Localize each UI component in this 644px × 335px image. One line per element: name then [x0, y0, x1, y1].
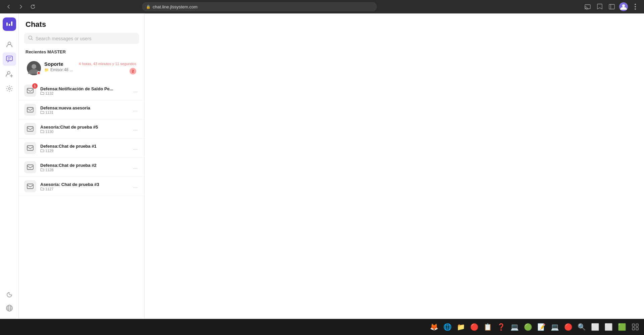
svg-point-19 — [8, 88, 10, 90]
search-input[interactable] — [36, 36, 135, 41]
folder-icon — [40, 168, 44, 172]
section-label: Recientes MASTER — [19, 49, 144, 58]
url-text: chat.line.jlssystem.com — [153, 4, 198, 9]
svg-line-24 — [32, 39, 33, 40]
chat-panel-title: Chats — [19, 13, 144, 33]
conv-preview-text: Emisor:48 ... — [50, 67, 73, 72]
more-button[interactable]: ... — [132, 86, 139, 95]
lock-icon: 🔒 — [146, 5, 151, 9]
address-bar[interactable]: 🔒 chat.line.jlssystem.com — [142, 2, 377, 11]
sub-conv-info: Asesoría: Chat de prueba #3 1127 — [40, 182, 128, 191]
sidebar-item-contacts[interactable] — [3, 38, 16, 51]
taskbar-item-2[interactable]: 📁 — [455, 321, 467, 333]
svg-point-26 — [32, 64, 36, 69]
search-icon — [28, 36, 33, 41]
sub-conv-info: Defensa:nueva asesoria 1131 — [40, 105, 128, 114]
sub-conv-id: 1132 — [40, 91, 128, 95]
sub-conv-info: Asesoría:Chat de prueba #5 1130 — [40, 125, 128, 134]
taskbar-item-13[interactable]: ⬜ — [602, 321, 614, 333]
folder-icon — [40, 149, 44, 153]
taskbar-item-3[interactable]: 🔴 — [468, 321, 480, 333]
recent-conversation[interactable]: Soporte 📁 Emisor:48 ... 4 horas, 43 minu… — [23, 58, 140, 79]
taskbar-item-4[interactable]: 📋 — [482, 321, 494, 333]
mail-icon-wrap — [24, 142, 36, 154]
sub-conv-id: 1127 — [40, 187, 128, 191]
sub-conv-id: 1131 — [40, 110, 128, 114]
svg-rect-36 — [636, 328, 638, 330]
sidebar-item-globe[interactable] — [3, 301, 16, 315]
svg-rect-13 — [6, 56, 12, 61]
taskbar-item-6[interactable]: 💻 — [508, 321, 521, 333]
more-button[interactable]: ... — [132, 125, 139, 133]
sub-conv-name: Defensa:Chat de prueba #1 — [40, 144, 128, 149]
sidebar-item-settings[interactable] — [3, 82, 16, 95]
chat-panel: Chats Recientes MASTER — [19, 13, 145, 319]
sidebar-item-chat[interactable] — [3, 52, 16, 66]
mail-badge: 1 — [32, 83, 38, 89]
main-area — [145, 13, 644, 319]
svg-rect-30 — [27, 146, 33, 150]
taskbar-item-7[interactable]: 🟢 — [522, 321, 534, 333]
svg-point-7 — [635, 6, 636, 7]
search-bar[interactable] — [24, 33, 139, 44]
svg-point-5 — [622, 4, 625, 7]
sub-conv-name: Defensa:Notificación de Saldo Pe... — [40, 86, 128, 91]
svg-rect-10 — [9, 24, 10, 26]
taskbar-item-10[interactable]: 🔴 — [562, 321, 574, 333]
taskbar-grid-button[interactable] — [629, 321, 641, 333]
svg-rect-28 — [27, 107, 33, 112]
folder-icon: 📁 — [44, 68, 49, 72]
bookmark-button[interactable] — [595, 2, 604, 11]
sidebar-button[interactable] — [607, 2, 616, 11]
menu-button[interactable] — [631, 2, 640, 11]
avatar-wrapper — [27, 61, 41, 75]
folder-icon — [40, 130, 44, 134]
svg-point-1 — [585, 9, 585, 10]
sidebar-item-dark-mode[interactable] — [3, 288, 16, 301]
sub-conv-item[interactable]: 1 Defensa:Notificación de Saldo Pe... 11… — [19, 81, 144, 100]
sub-conv-id: 1130 — [40, 130, 128, 134]
svg-rect-29 — [27, 127, 33, 131]
sub-conv-item[interactable]: Asesoría: Chat de prueba #3 1127 ... — [19, 177, 144, 196]
svg-point-8 — [635, 8, 636, 10]
svg-rect-32 — [27, 184, 33, 189]
sidebar-nav — [0, 13, 19, 319]
cast-button[interactable] — [583, 2, 592, 11]
mail-icon-wrap — [24, 123, 36, 135]
sub-conv-name: Defensa:Chat de prueba #2 — [40, 163, 128, 168]
conv-preview: 📁 Emisor:48 ... — [44, 67, 136, 72]
reload-button[interactable] — [28, 2, 38, 11]
user-avatar[interactable] — [619, 2, 628, 11]
mail-icon-wrap — [24, 161, 36, 173]
folder-icon — [40, 91, 44, 95]
browser-actions — [583, 2, 640, 11]
sub-conv-item[interactable]: Defensa:Chat de prueba #2 1128 ... — [19, 158, 144, 177]
taskbar-item-1[interactable]: 🌐 — [441, 321, 453, 333]
more-button[interactable]: ... — [132, 182, 139, 191]
svg-rect-33 — [632, 324, 635, 326]
sub-conv-item[interactable]: Asesoría:Chat de prueba #5 1130 ... — [19, 119, 144, 139]
sub-conv-info: Defensa:Chat de prueba #1 1129 — [40, 144, 128, 153]
taskbar-item-5[interactable]: ❓ — [495, 321, 507, 333]
mail-icon-wrap — [24, 180, 36, 192]
forward-button[interactable] — [16, 2, 26, 11]
taskbar-item-8[interactable]: 📝 — [535, 321, 547, 333]
sidebar-item-add-user[interactable] — [3, 67, 16, 81]
back-button[interactable] — [4, 2, 13, 11]
browser-chrome: 🔒 chat.line.jlssystem.com — [0, 0, 644, 13]
taskbar-item-14[interactable]: 🟩 — [616, 321, 628, 333]
taskbar-item-0[interactable]: 🦊 — [428, 321, 440, 333]
sub-conv-item[interactable]: Defensa:Chat de prueba #1 1129 ... — [19, 139, 144, 158]
more-button[interactable]: ... — [132, 163, 139, 172]
svg-rect-9 — [6, 22, 8, 26]
taskbar-item-9[interactable]: 💻 — [549, 321, 561, 333]
logo-button[interactable] — [3, 17, 16, 31]
svg-rect-11 — [11, 21, 12, 26]
mail-icon-wrap: 1 — [24, 85, 36, 97]
more-button[interactable]: ... — [132, 105, 139, 114]
taskbar-item-11[interactable]: 🔍 — [576, 321, 588, 333]
more-button[interactable]: ... — [132, 144, 139, 152]
taskbar-item-12[interactable]: ⬜ — [589, 321, 601, 333]
svg-rect-35 — [632, 328, 635, 330]
sub-conv-item[interactable]: Defensa:nueva asesoria 1131 ... — [19, 100, 144, 119]
